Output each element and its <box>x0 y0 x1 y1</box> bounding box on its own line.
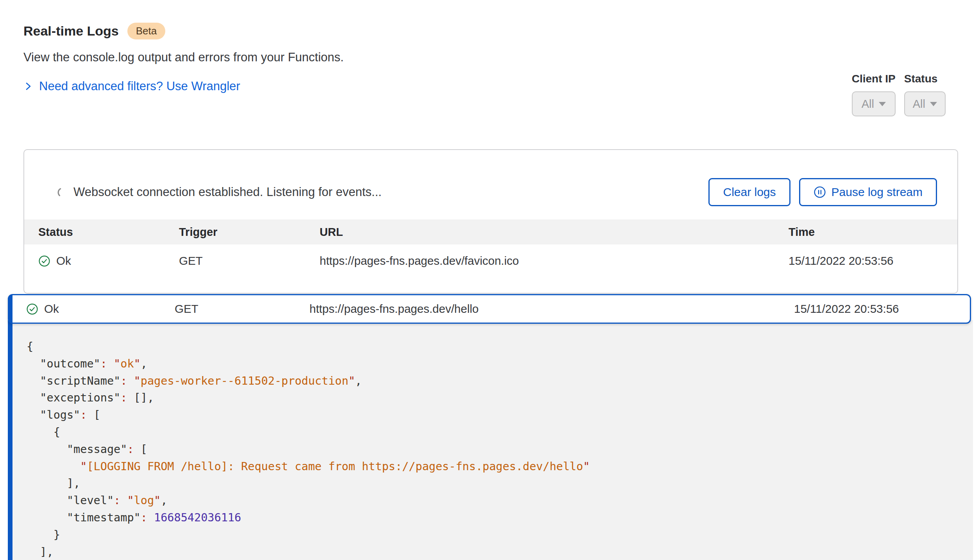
logs-table-header: Status Trigger URL Time <box>24 219 957 244</box>
client-ip-dropdown[interactable]: All <box>852 91 896 116</box>
status-filter-label: Status <box>904 73 946 85</box>
pause-icon <box>814 186 826 198</box>
row-time: 15/11/2022 20:53:56 <box>789 254 957 268</box>
log-detail-panel: { "outcome": "ok", "scriptName": "pages-… <box>8 320 973 560</box>
chevron-right-icon <box>23 82 33 91</box>
status-ok-icon <box>26 303 38 315</box>
clear-logs-label: Clear logs <box>723 185 776 199</box>
chevron-down-icon <box>930 102 937 106</box>
filters: Client IP All Status All <box>852 73 946 116</box>
row-url: https://pages-fns.pages.dev/favicon.ico <box>320 254 789 268</box>
pause-log-stream-button[interactable]: Pause log stream <box>799 178 937 206</box>
page-header: Real-time Logs Beta View the console.log… <box>0 0 980 93</box>
page-title: Real-time Logs <box>23 23 119 39</box>
beta-badge: Beta <box>127 23 166 39</box>
column-header-url: URL <box>320 226 789 239</box>
column-header-trigger: Trigger <box>179 226 320 239</box>
status-dropdown-value: All <box>913 98 925 111</box>
status-ok-icon <box>38 255 50 267</box>
wrangler-link-label: Need advanced filters? Use Wrangler <box>39 79 240 93</box>
log-json: { "outcome": "ok", "scriptName": "pages-… <box>27 338 957 560</box>
status-filter: Status All <box>904 73 946 116</box>
logs-card: Websocket connection established. Listen… <box>23 149 958 294</box>
pause-log-stream-label: Pause log stream <box>832 185 923 199</box>
client-ip-filter-label: Client IP <box>852 73 896 85</box>
row-url: https://pages-fns.pages.dev/hello <box>309 302 794 316</box>
row-trigger: GET <box>175 302 309 316</box>
selected-log-row[interactable]: Ok GET https://pages-fns.pages.dev/hello… <box>8 294 971 324</box>
client-ip-filter: Client IP All <box>852 73 896 116</box>
spinner-icon <box>57 187 67 197</box>
realtime-logs-page: Real-time Logs Beta View the console.log… <box>0 0 980 560</box>
row-time: 15/11/2022 20:53:56 <box>794 302 970 316</box>
expanded-log-entry: Ok GET https://pages-fns.pages.dev/hello… <box>8 294 973 560</box>
logs-toolbar: Websocket connection established. Listen… <box>24 150 957 219</box>
column-header-time: Time <box>789 226 957 239</box>
clear-logs-button[interactable]: Clear logs <box>708 178 790 206</box>
wrangler-link[interactable]: Need advanced filters? Use Wrangler <box>23 79 240 93</box>
column-header-status: Status <box>38 226 179 239</box>
row-trigger: GET <box>179 254 320 268</box>
status-dropdown[interactable]: All <box>904 91 946 116</box>
page-subtitle: View the console.log output and errors f… <box>23 50 957 64</box>
websocket-status-text: Websocket connection established. Listen… <box>73 185 382 199</box>
client-ip-dropdown-value: All <box>862 98 874 111</box>
table-row[interactable]: Ok GET https://pages-fns.pages.dev/favic… <box>24 244 957 277</box>
row-status: Ok <box>56 254 71 268</box>
chevron-down-icon <box>879 102 886 106</box>
row-status: Ok <box>44 302 59 316</box>
